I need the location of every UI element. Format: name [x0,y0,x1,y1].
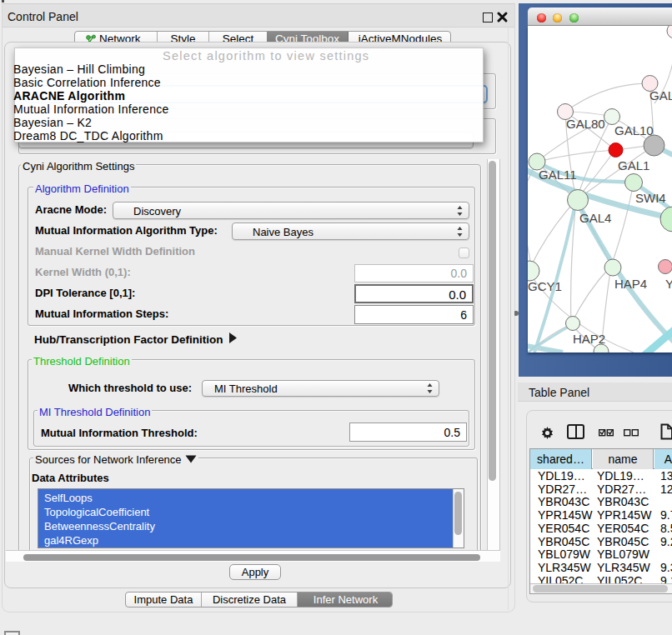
svg-text:GAL10: GAL10 [614,123,654,138]
svg-text:SWI4: SWI4 [635,191,666,205]
svg-text:GAL7: GAL7 [649,88,672,102]
svg-text:GAL80: GAL80 [566,117,605,131]
svg-text:HAP4: HAP4 [614,277,647,291]
svg-text:HAP2: HAP2 [573,332,605,346]
svg-text:GAL1: GAL1 [618,158,649,172]
svg-text:GAL4: GAL4 [579,211,611,225]
svg-text:Y: Y [665,277,672,291]
svg-text:GCY1: GCY1 [528,279,562,293]
svg-text:GAL11: GAL11 [539,168,577,182]
